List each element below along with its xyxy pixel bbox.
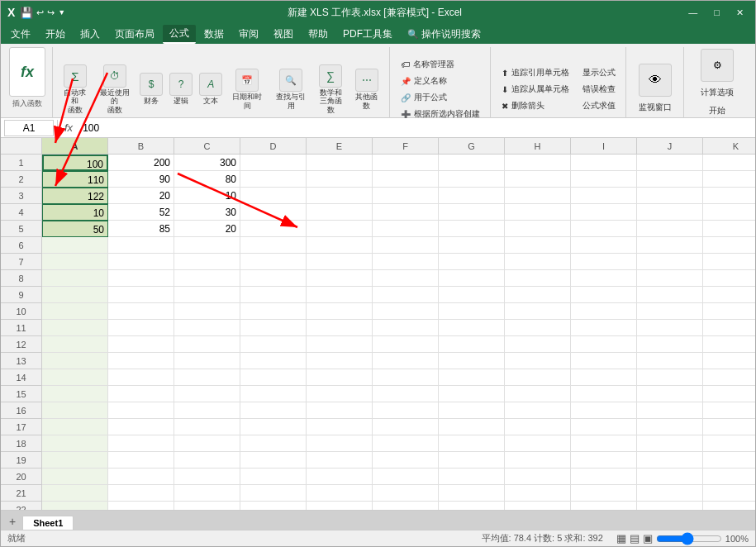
sheet-tab-1[interactable]: Sheet1 (22, 516, 74, 530)
grid-cell-20-5[interactable] (373, 469, 439, 485)
row-header-6[interactable]: 6 (1, 237, 41, 254)
grid-cell-21-5[interactable] (373, 485, 439, 502)
row-header-14[interactable]: 14 (1, 369, 41, 386)
grid-cell-4-10[interactable] (703, 204, 755, 221)
grid-cell-7-5[interactable] (373, 254, 439, 270)
grid-cell-14-2[interactable] (174, 369, 240, 386)
grid-cell-16-0[interactable] (42, 402, 108, 419)
menu-file[interactable]: 文件 (4, 26, 37, 43)
grid-cell-10-8[interactable] (571, 303, 637, 320)
grid-cell-21-1[interactable] (108, 485, 174, 502)
grid-cell-18-4[interactable] (307, 435, 373, 452)
grid-cell-5-6[interactable] (439, 221, 505, 237)
grid-cell-7-1[interactable] (108, 254, 174, 270)
grid-cell-13-0[interactable] (42, 353, 108, 369)
grid-cell-7-4[interactable] (307, 254, 373, 270)
col-header-a[interactable]: A (42, 138, 108, 154)
redo-button[interactable]: ↪ (47, 7, 55, 18)
grid-cell-13-10[interactable] (703, 353, 755, 369)
grid-cell-2-0[interactable]: 110 (42, 171, 108, 188)
grid-cell-3-9[interactable] (637, 188, 703, 204)
grid-cell-22-5[interactable] (373, 502, 439, 510)
grid-cell-2-1[interactable]: 90 (108, 171, 174, 188)
col-header-d[interactable]: D (240, 138, 307, 154)
row-header-19[interactable]: 19 (1, 452, 41, 469)
grid-cell-17-10[interactable] (703, 419, 755, 435)
grid-cell-15-4[interactable] (307, 386, 373, 402)
col-header-k[interactable]: K (703, 138, 755, 154)
grid-cell-8-2[interactable] (174, 270, 240, 287)
grid-cell-20-9[interactable] (637, 469, 703, 485)
grid-cell-13-8[interactable] (571, 353, 637, 369)
grid-cell-9-0[interactable] (42, 287, 108, 303)
name-manager-button[interactable]: 🏷 名称管理器 (397, 57, 483, 72)
row-header-4[interactable]: 4 (1, 204, 41, 221)
grid-cell-20-7[interactable] (505, 469, 571, 485)
add-sheet-button[interactable]: + (4, 513, 21, 530)
grid-cell-5-9[interactable] (637, 221, 703, 237)
grid-cell-12-6[interactable] (439, 336, 505, 353)
grid-cell-7-2[interactable] (174, 254, 240, 270)
col-header-c[interactable]: C (174, 138, 240, 154)
grid-container[interactable]: 10020030011090801222010105230508520 (42, 155, 755, 510)
grid-cell-19-6[interactable] (439, 452, 505, 469)
grid-cell-21-4[interactable] (307, 485, 373, 502)
row-header-18[interactable]: 18 (1, 435, 41, 452)
grid-cell-13-6[interactable] (439, 353, 505, 369)
row-header-15[interactable]: 15 (1, 386, 41, 402)
grid-cell-2-5[interactable] (373, 171, 439, 188)
grid-cell-21-6[interactable] (439, 485, 505, 502)
grid-cell-3-0[interactable]: 122 (42, 188, 108, 204)
grid-cell-5-0[interactable]: 50 (42, 221, 108, 237)
grid-cell-9-1[interactable] (108, 287, 174, 303)
grid-cell-3-3[interactable] (240, 188, 307, 204)
minimize-button[interactable]: — (683, 7, 702, 18)
grid-cell-11-4[interactable] (307, 320, 373, 336)
col-header-e[interactable]: E (307, 138, 373, 154)
row-header-13[interactable]: 13 (1, 353, 41, 369)
grid-cell-3-10[interactable] (703, 188, 755, 204)
grid-cell-8-9[interactable] (637, 270, 703, 287)
layout-view-icon[interactable]: ▤ (630, 532, 640, 545)
grid-cell-7-10[interactable] (703, 254, 755, 270)
grid-cell-4-1[interactable]: 52 (108, 204, 174, 221)
grid-cell-18-8[interactable] (571, 435, 637, 452)
menu-layout[interactable]: 页面布局 (108, 26, 161, 43)
grid-cell-11-10[interactable] (703, 320, 755, 336)
grid-cell-7-3[interactable] (240, 254, 307, 270)
grid-cell-19-5[interactable] (373, 452, 439, 469)
trace-dependents-button[interactable]: ⬇ 追踪从属单元格 (497, 82, 573, 97)
grid-cell-11-3[interactable] (240, 320, 307, 336)
grid-cell-2-2[interactable]: 80 (174, 171, 240, 188)
grid-cell-8-5[interactable] (373, 270, 439, 287)
grid-cell-16-6[interactable] (439, 402, 505, 419)
grid-cell-2-6[interactable] (439, 171, 505, 188)
dropdown-icon[interactable]: ▼ (58, 8, 65, 17)
normal-view-icon[interactable]: ▦ (616, 532, 626, 545)
grid-cell-12-4[interactable] (307, 336, 373, 353)
grid-cell-3-1[interactable]: 20 (108, 188, 174, 204)
grid-cell-4-8[interactable] (571, 204, 637, 221)
grid-cell-9-10[interactable] (703, 287, 755, 303)
grid-cell-15-0[interactable] (42, 386, 108, 402)
grid-cell-4-3[interactable] (240, 204, 307, 221)
grid-cell-12-7[interactable] (505, 336, 571, 353)
grid-cell-13-2[interactable] (174, 353, 240, 369)
grid-cell-10-2[interactable] (174, 303, 240, 320)
grid-cell-15-6[interactable] (439, 386, 505, 402)
row-header-11[interactable]: 11 (1, 320, 41, 336)
grid-cell-3-4[interactable] (307, 188, 373, 204)
grid-cell-10-0[interactable] (42, 303, 108, 320)
grid-cell-16-10[interactable] (703, 402, 755, 419)
row-header-9[interactable]: 9 (1, 287, 41, 303)
grid-cell-5-4[interactable] (307, 221, 373, 237)
grid-cell-8-4[interactable] (307, 270, 373, 287)
grid-cell-17-7[interactable] (505, 419, 571, 435)
grid-cell-19-0[interactable] (42, 452, 108, 469)
grid-cell-21-10[interactable] (703, 485, 755, 502)
grid-cell-2-4[interactable] (307, 171, 373, 188)
grid-cell-6-8[interactable] (571, 237, 637, 254)
grid-cell-14-3[interactable] (240, 369, 307, 386)
grid-cell-15-2[interactable] (174, 386, 240, 402)
grid-cell-18-1[interactable] (108, 435, 174, 452)
